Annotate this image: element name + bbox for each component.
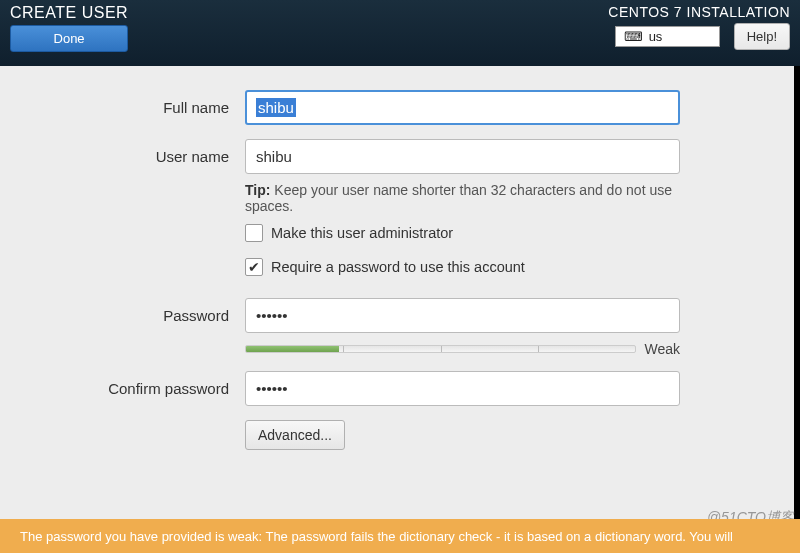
password-strength-bar — [245, 345, 636, 353]
done-button[interactable]: Done — [10, 25, 128, 52]
require-password-label: Require a password to use this account — [271, 259, 525, 275]
username-input[interactable] — [245, 139, 680, 174]
admin-checkbox-label: Make this user administrator — [271, 225, 453, 241]
warning-text: The password you have provided is weak: … — [20, 529, 733, 544]
create-user-form: Full name shibu User name Tip: Keep your… — [0, 66, 800, 450]
password-strength-label: Weak — [644, 341, 680, 357]
page-title: CREATE USER — [10, 4, 128, 22]
warning-bar: The password you have provided is weak: … — [0, 519, 800, 553]
fullname-value: shibu — [256, 98, 296, 117]
keyboard-layout-label: us — [649, 29, 663, 44]
tip-prefix: Tip: — [245, 182, 270, 198]
require-password-checkbox[interactable] — [245, 258, 263, 276]
keyboard-layout-selector[interactable]: ⌨ us — [615, 26, 720, 47]
right-edge-strip — [794, 66, 800, 553]
fullname-label: Full name — [20, 99, 245, 116]
password-label: Password — [20, 307, 245, 324]
admin-checkbox[interactable] — [245, 224, 263, 242]
advanced-button[interactable]: Advanced... — [245, 420, 345, 450]
keyboard-icon: ⌨ — [624, 29, 643, 44]
password-input[interactable]: •••••• — [245, 298, 680, 333]
confirm-password-input[interactable]: •••••• — [245, 371, 680, 406]
fullname-input[interactable]: shibu — [245, 90, 680, 125]
username-label: User name — [20, 148, 245, 165]
username-tip: Tip: Keep your user name shorter than 32… — [245, 182, 680, 214]
header-bar: CREATE USER Done CENTOS 7 INSTALLATION ⌨… — [0, 0, 800, 66]
help-button[interactable]: Help! — [734, 23, 790, 50]
tip-body: Keep your user name shorter than 32 char… — [245, 182, 672, 214]
installer-title: CENTOS 7 INSTALLATION — [608, 4, 790, 20]
confirm-password-label: Confirm password — [20, 380, 245, 397]
